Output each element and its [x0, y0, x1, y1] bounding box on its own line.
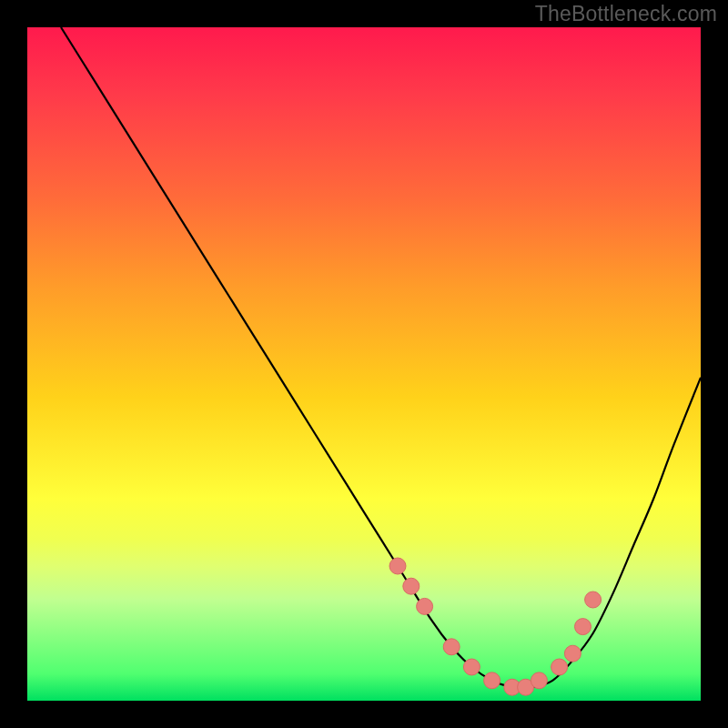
data-marker: [585, 592, 602, 608]
data-marker: [463, 659, 480, 675]
attribution-label: TheBottleneck.com: [535, 2, 717, 26]
data-marker: [417, 598, 433, 614]
data-marker: [575, 619, 592, 635]
data-marker: [403, 578, 420, 594]
data-marker: [389, 558, 406, 574]
bottleneck-curve: [61, 27, 701, 688]
chart-svg: [27, 27, 701, 701]
plot-area: [27, 27, 701, 701]
marker-group: [389, 558, 602, 695]
data-marker: [564, 645, 581, 662]
curve-group: [61, 27, 701, 688]
data-marker: [484, 672, 500, 689]
data-marker: [531, 672, 547, 689]
data-marker: [443, 639, 460, 655]
data-marker: [551, 659, 568, 675]
chart-frame: TheBottleneck.com: [0, 0, 728, 728]
